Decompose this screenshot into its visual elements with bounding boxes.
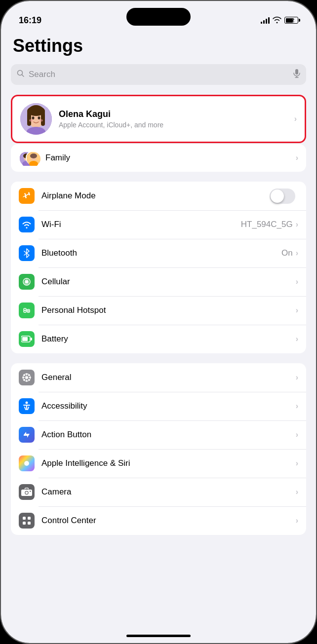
cellular-row[interactable]: Cellular › (11, 267, 306, 296)
airplane-mode-row[interactable]: Airplane Mode (11, 182, 306, 210)
svg-rect-56 (23, 522, 26, 525)
siri-label: Apple Intelligence & Siri (41, 458, 296, 468)
action-button-label: Action Button (41, 430, 296, 440)
svg-point-12 (38, 116, 40, 119)
cellular-chevron-icon: › (296, 277, 298, 286)
wifi-status-icon (273, 16, 281, 25)
wifi-row[interactable]: Wi-Fi HT_594C_5G › (11, 210, 306, 239)
svg-rect-2 (295, 69, 298, 75)
cellular-icon (19, 274, 35, 290)
svg-rect-34 (22, 337, 28, 341)
camera-icon (19, 484, 35, 500)
family-group: Family › (11, 144, 306, 172)
svg-line-43 (29, 379, 30, 380)
svg-line-1 (22, 75, 24, 77)
search-placeholder: Search (29, 70, 289, 79)
control-center-chevron-icon: › (296, 516, 298, 525)
bluetooth-icon (19, 245, 35, 261)
svg-point-46 (26, 402, 28, 404)
battery-settings-icon (19, 331, 35, 347)
wifi-value: HT_594C_5G (241, 220, 293, 229)
svg-point-52 (26, 492, 28, 494)
svg-point-31 (28, 310, 29, 312)
search-bar[interactable]: Search (11, 64, 306, 85)
home-indicator (126, 635, 191, 637)
avatar (20, 103, 52, 135)
airplane-mode-label: Airplane Mode (41, 191, 270, 201)
cellular-label: Cellular (41, 277, 296, 287)
family-label: Family (45, 153, 296, 163)
accessibility-row[interactable]: Accessibility › (11, 392, 306, 420)
page-title: Settings (11, 36, 306, 56)
control-center-icon (19, 513, 35, 529)
siri-chevron-icon: › (296, 459, 298, 468)
hotspot-row[interactable]: Personal Hotspot › (11, 296, 306, 325)
svg-point-11 (32, 116, 35, 119)
profile-info: Olena Kagui Apple Account, iCloud+, and … (59, 109, 294, 129)
bluetooth-chevron-icon: › (296, 249, 298, 258)
profile-name: Olena Kagui (59, 109, 294, 119)
battery-row[interactable]: Battery › (11, 325, 306, 353)
wifi-chevron-icon: › (296, 220, 298, 229)
svg-line-44 (29, 375, 30, 376)
camera-row[interactable]: Camera › (11, 478, 306, 506)
signal-icon (261, 17, 270, 24)
siri-row[interactable]: Apple Intelligence & Siri › (11, 449, 306, 478)
accessibility-icon (19, 398, 35, 414)
action-button-icon (19, 427, 35, 443)
siri-icon (19, 455, 35, 471)
svg-point-36 (25, 376, 28, 379)
svg-rect-35 (31, 338, 32, 341)
control-center-row[interactable]: Control Center › (11, 506, 306, 535)
airplane-mode-toggle[interactable] (270, 189, 295, 204)
settings-content: Settings Search (1, 31, 316, 643)
search-icon (17, 70, 25, 79)
family-avatars-icon (19, 151, 39, 165)
svg-rect-55 (28, 517, 31, 520)
action-button-chevron-icon: › (296, 430, 298, 439)
svg-rect-53 (30, 491, 31, 492)
svg-point-10 (27, 106, 45, 116)
svg-line-42 (24, 375, 25, 376)
profile-row[interactable]: Olena Kagui Apple Account, iCloud+, and … (11, 95, 306, 143)
accessibility-label: Accessibility (41, 401, 296, 411)
action-button-row[interactable]: Action Button › (11, 420, 306, 449)
family-row[interactable]: Family › (11, 144, 306, 172)
bluetooth-row[interactable]: Bluetooth On › (11, 239, 306, 267)
hotspot-icon (19, 303, 35, 318)
camera-label: Camera (41, 487, 296, 497)
svg-point-23 (30, 153, 37, 158)
svg-point-13 (29, 119, 33, 122)
bluetooth-label: Bluetooth (41, 248, 281, 258)
general-row[interactable]: General › (11, 363, 306, 392)
battery-settings-label: Battery (41, 334, 296, 344)
svg-point-30 (24, 310, 26, 311)
bluetooth-value: On (281, 248, 293, 258)
dynamic-island (126, 8, 191, 26)
wifi-icon (19, 217, 35, 232)
hotspot-label: Personal Hotspot (41, 305, 296, 315)
wifi-label: Wi-Fi (41, 220, 241, 229)
general-label: General (41, 373, 296, 382)
profile-subtitle: Apple Account, iCloud+, and more (59, 121, 294, 129)
battery-icon: 62 (284, 17, 298, 24)
family-chevron-icon: › (296, 153, 298, 162)
battery-level: 62 (288, 17, 294, 23)
control-center-label: Control Center (41, 516, 296, 526)
general-icon (19, 370, 35, 385)
svg-line-45 (24, 379, 25, 380)
accessibility-chevron-icon: › (296, 402, 298, 411)
network-group: Airplane Mode Wi-Fi HT_5 (11, 182, 306, 353)
hotspot-chevron-icon: › (296, 306, 298, 315)
svg-point-49 (26, 463, 28, 464)
svg-rect-54 (23, 517, 26, 520)
microphone-icon (293, 69, 300, 80)
camera-chevron-icon: › (296, 488, 298, 496)
general-chevron-icon: › (296, 373, 298, 382)
status-icons: 62 (261, 16, 298, 25)
profile-chevron-icon: › (294, 114, 297, 123)
svg-rect-57 (28, 522, 31, 525)
status-time: 16:19 (19, 15, 41, 26)
airplane-mode-icon (19, 188, 35, 204)
system-group: General › Accessibility › (11, 363, 306, 535)
